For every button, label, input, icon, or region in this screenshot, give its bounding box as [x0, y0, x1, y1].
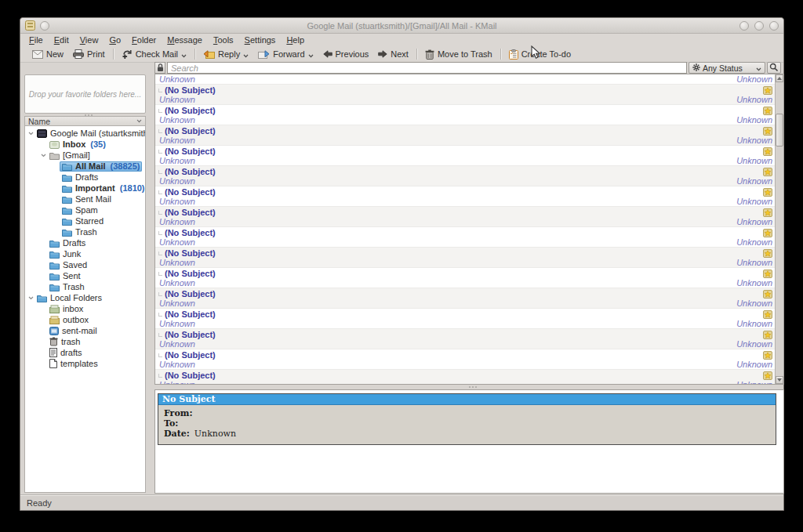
minimize-button[interactable]: [739, 21, 749, 31]
message-date: Unknown: [736, 237, 772, 247]
menu-help[interactable]: Help: [281, 35, 310, 45]
scroll-up-button[interactable]: [776, 74, 783, 82]
message-list-scrollbar[interactable]: [775, 74, 783, 384]
dropdown-chevron-icon[interactable]: [243, 54, 249, 58]
toolbar-forward-button[interactable]: Forward: [253, 48, 318, 60]
toolbar-move-to-trash-button[interactable]: Move to Trash: [420, 48, 497, 61]
expander-open-icon[interactable]: [27, 132, 35, 136]
folder-drafts[interactable]: Drafts: [25, 237, 145, 248]
folder-saved[interactable]: Saved: [25, 259, 145, 270]
important-star-icon[interactable]: [763, 107, 772, 115]
menu-folder[interactable]: Folder: [126, 35, 162, 45]
important-star-icon[interactable]: [763, 127, 772, 136]
dropdown-chevron-icon[interactable]: [181, 54, 187, 58]
folder-important[interactable]: Important(1810): [25, 183, 145, 194]
titlebar[interactable]: Google Mail (stuartksmith)/[Gmail]/All M…: [20, 18, 783, 34]
message-row[interactable]: (No Subject)UnknownUnknown: [155, 248, 775, 268]
message-row[interactable]: (No Subject)UnknownUnknown: [155, 227, 775, 248]
folder-gmail[interactable]: [Gmail]: [25, 150, 145, 161]
search-input[interactable]: [167, 62, 687, 74]
search-lock-button[interactable]: [154, 62, 165, 74]
important-star-icon[interactable]: [763, 188, 772, 197]
expander-open-icon[interactable]: [27, 296, 35, 300]
important-star-icon[interactable]: [763, 351, 772, 360]
message-row-line2: UnknownUnknown: [158, 74, 772, 84]
folder-local-folders[interactable]: Local Folders: [25, 292, 145, 303]
folder-google-mail-stuartksmith[interactable]: Google Mail (stuartksmith): [25, 128, 145, 139]
menu-go[interactable]: Go: [104, 35, 126, 45]
maximize-button[interactable]: [754, 21, 764, 31]
message-row[interactable]: (No Subject)UnknownUnknown: [155, 207, 775, 227]
important-star-icon[interactable]: [763, 86, 772, 95]
important-star-icon[interactable]: [763, 168, 772, 176]
folder-drafts[interactable]: Drafts: [25, 172, 145, 183]
important-star-icon[interactable]: [763, 290, 772, 299]
message-row[interactable]: (No Subject)UnknownUnknown: [155, 309, 775, 329]
message-row[interactable]: (No Subject)UnknownUnknown: [155, 186, 775, 207]
folder-item-body: templates: [47, 359, 100, 369]
message-row[interactable]: (No Subject)UnknownUnknown: [155, 288, 775, 309]
message-row[interactable]: (No Subject)UnknownUnknown: [155, 146, 775, 166]
menu-file[interactable]: File: [24, 35, 49, 45]
folder-outbox[interactable]: outbox: [25, 314, 145, 325]
favorite-folders-drop-area[interactable]: Drop your favorite folders here...: [24, 74, 146, 114]
message-row-partial[interactable]: UnknownUnknown: [155, 74, 775, 85]
important-star-icon[interactable]: [763, 147, 772, 156]
folder-spam[interactable]: Spam: [25, 204, 145, 215]
menu-tools[interactable]: Tools: [208, 35, 239, 45]
folder-inbox[interactable]: inbox: [25, 303, 145, 314]
important-star-icon[interactable]: [763, 208, 772, 217]
folder-trash[interactable]: Trash: [25, 281, 145, 292]
toolbar-previous-button[interactable]: Previous: [318, 48, 374, 60]
toolbar-reply-button[interactable]: Reply: [198, 48, 253, 60]
dropdown-chevron-icon[interactable]: [308, 54, 314, 58]
folder-trash[interactable]: Trash: [25, 226, 145, 237]
message-row[interactable]: (No Subject)UnknownUnknown: [155, 166, 775, 186]
folder-all-mail[interactable]: All Mail(38825): [25, 161, 145, 172]
folder-sent[interactable]: Sent: [25, 270, 145, 281]
message-row[interactable]: (No Subject)UnknownUnknown: [155, 125, 775, 146]
folder-drafts[interactable]: drafts: [25, 347, 145, 358]
message-row[interactable]: (No Subject)UnknownUnknown: [155, 85, 775, 105]
important-star-icon[interactable]: [763, 371, 772, 380]
message-row[interactable]: (No Subject)UnknownUnknown: [155, 105, 775, 125]
message-row-line2: UnknownUnknown: [158, 176, 772, 186]
folder-starred[interactable]: Starred: [25, 215, 145, 226]
menu-settings[interactable]: Settings: [239, 35, 282, 45]
folder-label: Drafts: [75, 172, 98, 182]
message-row[interactable]: (No Subject)UnknownUnknown: [155, 370, 775, 384]
window-menu-button[interactable]: [40, 21, 49, 31]
message-header-block: No Subject From: To: Date: Unknown: [158, 393, 776, 445]
toolbar-new-button[interactable]: New: [27, 48, 68, 60]
menu-message[interactable]: Message: [162, 35, 208, 45]
folder-junk[interactable]: Junk: [25, 248, 145, 259]
expander-open-icon[interactable]: [40, 154, 47, 157]
important-star-icon[interactable]: [763, 331, 772, 339]
important-star-icon[interactable]: [763, 270, 772, 278]
status-filter-combobox[interactable]: Any Status: [689, 62, 765, 74]
padlock-icon: [157, 61, 164, 75]
scrollbar-thumb[interactable]: [776, 114, 783, 147]
message-row[interactable]: (No Subject)UnknownUnknown: [155, 349, 775, 370]
important-star-icon[interactable]: [763, 249, 772, 258]
folder-templates[interactable]: templates: [25, 358, 145, 369]
folder-item-body: Trash: [60, 227, 100, 237]
close-button[interactable]: [769, 21, 779, 31]
toolbar-next-button[interactable]: Next: [373, 48, 413, 60]
folder-sent-mail[interactable]: sent-mail: [25, 325, 145, 336]
message-row[interactable]: (No Subject)UnknownUnknown: [155, 329, 775, 349]
search-button[interactable]: [767, 62, 781, 74]
folder-sent-mail[interactable]: Sent Mail: [25, 194, 145, 204]
toolbar-check-mail-button[interactable]: Check Mail: [117, 48, 191, 60]
scroll-down-button[interactable]: [776, 376, 783, 384]
folder-column-header[interactable]: Name: [24, 116, 146, 126]
important-star-icon[interactable]: [763, 229, 772, 237]
toolbar-print-button[interactable]: Print: [68, 48, 110, 60]
folder-inbox[interactable]: Inbox(35): [25, 139, 145, 150]
menu-view[interactable]: View: [74, 35, 104, 45]
important-star-icon[interactable]: [763, 310, 772, 319]
message-row[interactable]: (No Subject)UnknownUnknown: [155, 268, 775, 288]
menu-edit[interactable]: Edit: [49, 35, 74, 45]
message-rows: UnknownUnknown(No Subject)UnknownUnknown…: [155, 74, 775, 384]
folder-trash[interactable]: trash: [25, 336, 145, 347]
